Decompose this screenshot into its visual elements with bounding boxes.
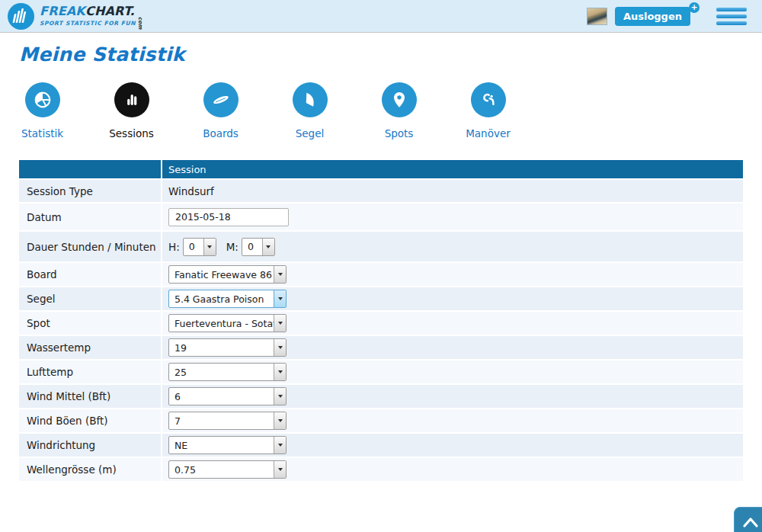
table-header-row: Session [19,160,743,180]
brand-tagline: SPORT STATISTIC FOR FUN [40,21,150,27]
surfboard-icon [203,82,239,117]
table-row-segel: Segel 5.4 Gaastra Poison [19,287,743,312]
table-row-wellengroesse: Wellengrösse (m) 0.75 [19,458,743,482]
lufttemp-select[interactable]: 25 [168,363,287,381]
section-nav: Statistik Sessions Boards [0,82,762,139]
chevron-down-icon [274,388,286,405]
wind-boeen-select-value: 7 [169,412,274,429]
chevron-down-icon [274,339,286,356]
logout-button[interactable]: Ausloggen [615,7,690,26]
chevron-down-icon [274,364,286,380]
field-label: Wassertemp [19,336,162,359]
wind-mittel-select[interactable]: 6 [168,387,287,405]
brand-word1: FREAK [40,5,85,18]
segel-select[interactable]: 5.4 Gaastra Poison [168,290,287,308]
wellengroesse-select-value: 0.75 [169,461,274,478]
table-row-datum: Datum [19,204,743,232]
wind-mittel-select-value: 6 [169,388,274,405]
wassertemp-select-value: 19 [169,339,274,356]
table-row-session-type: Session Type Windsurf [19,180,743,204]
location-pin-icon [382,82,417,117]
field-label: Wind Mittel (Bft) [19,385,162,408]
wassertemp-select[interactable]: 19 [168,338,287,357]
minutes-label: M: [226,241,239,253]
field-label: Datum [19,204,162,230]
windrichtung-select[interactable]: NE [168,436,287,454]
nav-item-boards[interactable]: Boards [186,82,255,139]
menu-bar [716,8,747,11]
brand-text: FREAKCHART.com SPORT STATISTIC FOR FUN [40,5,150,27]
field-label: Session Type [19,180,162,202]
menu-bar [716,14,747,18]
field-label: Segel [19,287,162,310]
table-row-wassertemp: Wassertemp 19 [19,336,743,361]
minutes-select-value: 0 [242,239,262,255]
wind-boeen-select[interactable]: 7 [168,412,287,430]
user-avatar[interactable] [587,8,607,25]
chevron-down-icon [274,266,286,283]
sail-icon [293,82,328,117]
chevron-down-icon [274,315,286,332]
nav-label: Segel [296,127,325,139]
nav-item-sessions[interactable]: Sessions [97,82,166,139]
session-form-table: Session Session Type Windsurf Datum Daue… [19,160,743,482]
chevron-down-icon [203,239,216,255]
add-session-icon[interactable]: + [689,2,700,13]
nav-label: Statistik [21,127,63,139]
logout-wrap: Ausloggen + [615,7,690,26]
top-bar: FREAKCHART.com SPORT STATISTIC FOR FUN A… [0,0,762,33]
nav-item-statistik[interactable]: Statistik [8,82,77,139]
field-label: Lufttemp [19,361,162,383]
table-header-title: Session [162,160,743,178]
nav-item-spots[interactable]: Spots [364,82,434,139]
board-select-value: Fanatic Freewave 86 [169,266,274,283]
chevron-down-icon [274,290,286,307]
field-label: Wellengrösse (m) [19,458,162,481]
hours-select[interactable]: 0 [183,238,216,256]
hours-label: H: [168,241,180,253]
minutes-select[interactable]: 0 [242,238,275,256]
chevron-down-icon [274,461,286,478]
brand-tld: com [137,17,142,30]
scroll-to-top-button[interactable] [734,507,762,532]
field-label: Board [19,263,162,286]
table-row-spot: Spot Fuerteventura - Sotavento [19,312,743,336]
topbar-actions: Ausloggen + [587,7,754,26]
brand-word2: CHART. [85,5,135,18]
hours-select-value: 0 [184,239,203,255]
nav-label: Sessions [109,127,154,139]
field-label: Spot [19,312,162,335]
nav-label: Boards [203,127,239,139]
chevron-down-icon [262,239,274,255]
table-row-dauer: Dauer Stunden / Minuten H: 0 M: 0 [19,232,743,263]
menu-bar [716,21,747,25]
field-label: Wind Böen (Bft) [19,409,162,432]
segel-select-value: 5.4 Gaastra Poison [169,290,274,307]
table-row-wind-boeen: Wind Böen (Bft) 7 [19,409,743,434]
table-row-board: Board Fanatic Freewave 86 [19,263,743,287]
brand-logo[interactable]: FREAKCHART.com SPORT STATISTIC FOR FUN [8,3,150,30]
brand-chart-icon [8,3,34,30]
nav-label: Spots [385,127,414,139]
board-select[interactable]: Fanatic Freewave 86 [168,265,287,284]
spot-select-value: Fuerteventura - Sotavento [169,315,274,332]
nav-label: Manöver [466,127,511,139]
wellengroesse-select[interactable]: 0.75 [168,460,287,479]
table-row-lufttemp: Lufttemp 25 [19,361,743,385]
nav-item-manoever[interactable]: Manöver [453,82,523,139]
page-title: Meine Statistik [19,43,762,66]
table-header-empty-cell [19,160,162,178]
bar-chart-icon [114,82,149,117]
maneuver-icon [471,82,506,117]
table-row-windrichtung: Windrichtung NE [19,434,743,458]
menu-icon[interactable] [716,8,747,25]
windrichtung-select-value: NE [169,437,274,453]
pie-chart-icon [25,82,60,117]
field-label: Windrichtung [19,434,162,457]
chevron-down-icon [274,437,286,453]
table-row-wind-mittel: Wind Mittel (Bft) 6 [19,385,743,409]
datum-input[interactable] [168,208,289,226]
spot-select[interactable]: Fuerteventura - Sotavento [168,314,287,332]
chevron-down-icon [274,412,286,429]
nav-item-segel[interactable]: Segel [275,82,344,139]
